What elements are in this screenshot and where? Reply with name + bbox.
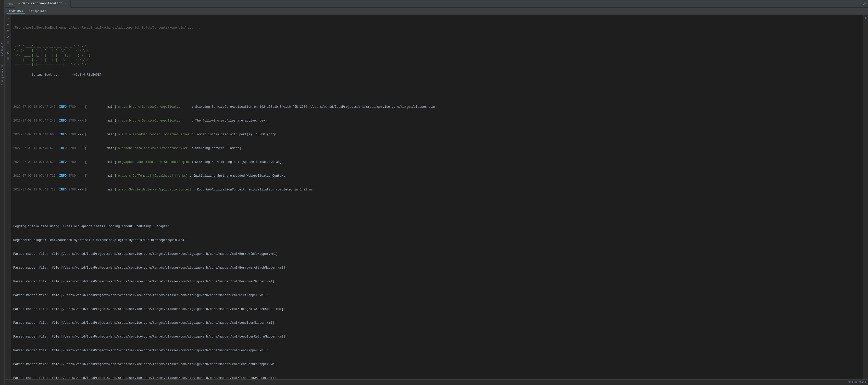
log-entry-0: 2022-07-09 13:07:47.246 INFO 2780 --- [ … — [13, 105, 861, 109]
status-text: CRLF Buttons — [847, 381, 866, 384]
misc-line-1: Registered plugin: 'com.baomidou.mybatis… — [13, 238, 861, 242]
status-bar: CRLF Buttons — [5, 379, 868, 385]
log-entry-3: 2022-07-09 13:07:48.673 INFO 2780 --- [ … — [13, 146, 861, 151]
tab-close-button[interactable]: × — [64, 2, 67, 5]
tab-bar: Run: ▶ ServiceCoreApplication × ⤢ — [5, 0, 868, 8]
tab-label: ServiceCoreApplication — [22, 2, 62, 5]
misc-line-2: Parsed mapper file: 'file [/Users/world/… — [13, 252, 861, 256]
rerun-button[interactable]: ↺ — [5, 16, 10, 21]
run-label: Run: — [5, 2, 15, 5]
restore-layout-button[interactable]: ⊞ — [5, 28, 10, 33]
scroll-up-button[interactable]: ▲ — [5, 50, 10, 55]
tab-service-core-application[interactable]: ▶ ServiceCoreApplication × — [15, 0, 71, 8]
favorites-label: 2: Favorites — [1, 64, 4, 83]
log-entry-2: 2022-07-09 13:07:48.668 INFO 2780 --- [ … — [13, 132, 861, 137]
tab-app-icon: ▶ — [19, 2, 20, 5]
trash-button[interactable]: 🗑 — [5, 56, 10, 61]
tab-endpoints[interactable]: ⚡ Endpoints — [26, 9, 48, 13]
misc-line-10: Parsed mapper file: 'file [/Users/world/… — [13, 362, 861, 366]
spring-version-line: :: Spring Boot :: (v2.3.4.RELEASE) — [24, 73, 101, 77]
endpoints-label: Endpoints — [31, 10, 46, 13]
console-icon: ▤ — [9, 9, 10, 12]
stop-button[interactable]: ■ — [5, 22, 10, 27]
spring-banner: . ____ _ __ _ _ /\\ / ___'_ __ _ _(_)_ _… — [13, 39, 861, 67]
log-entry-5: 2022-07-09 13:07:48.727 INFO 2780 --- [ … — [13, 174, 861, 178]
log-entry-1: 2022-07-09 13:07:47.247 INFO 2780 --- [ … — [13, 118, 861, 123]
misc-line-5: Parsed mapper file: 'file [/Users/world/… — [13, 293, 861, 298]
maximize-button[interactable]: ⤢ — [861, 2, 868, 6]
misc-line-8: Parsed mapper file: 'file [/Users/world/… — [13, 334, 861, 339]
misc-line-7: Parsed mapper file: 'file [/Users/world/… — [13, 321, 861, 325]
misc-line-11: Parsed mapper file: 'file [/Users/world/… — [13, 376, 861, 379]
misc-line-4: Parsed mapper file: 'file [/Users/world/… — [13, 279, 861, 284]
tool-tabs-bar: ▤ Console ⚡ Endpoints — [5, 8, 868, 15]
tab-console[interactable]: ▤ Console — [7, 9, 25, 13]
structure-label: Structure — [1, 42, 3, 56]
misc-line-3: Parsed mapper file: 'file [/Users/world/… — [13, 266, 861, 270]
right-panel: ▲ — [863, 15, 868, 379]
console-controls: ↺ ■ ⊞ ⚙ ☰ ▲ 🗑 — [5, 15, 11, 379]
misc-line-0: Logging initialized using 'class org.apa… — [13, 224, 861, 229]
right-up-button[interactable]: ▲ — [864, 16, 868, 20]
misc-line-9: Parsed mapper file: 'file [/Users/world/… — [13, 348, 861, 353]
sidebar-structure-tab[interactable]: Structure — [0, 41, 4, 58]
settings-button[interactable]: ⚙ — [5, 34, 10, 39]
blank-line-2 — [13, 206, 861, 210]
blank-line-1 — [13, 86, 861, 91]
sidebar-favorites-tab[interactable]: ★ 2: Favorites — [0, 63, 4, 87]
star-icon: ★ — [1, 83, 4, 86]
console-output[interactable]: /Users/world/DevelopEnvironment/Java/Jav… — [11, 15, 863, 379]
console-label: Console — [11, 9, 23, 12]
java-command-line: /Users/world/DevelopEnvironment/Java/Jav… — [13, 26, 861, 30]
log-entry-6: 2022-07-09 13:07:48.727 INFO 2780 --- [ … — [13, 187, 861, 192]
endpoints-icon: ⚡ — [28, 9, 30, 13]
misc-line-6: Parsed mapper file: 'file [/Users/world/… — [13, 307, 861, 312]
log-entry-4: 2022-07-09 13:07:48.673 INFO 2780 --- [ … — [13, 160, 861, 165]
layout-button[interactable]: ☰ — [5, 40, 10, 46]
